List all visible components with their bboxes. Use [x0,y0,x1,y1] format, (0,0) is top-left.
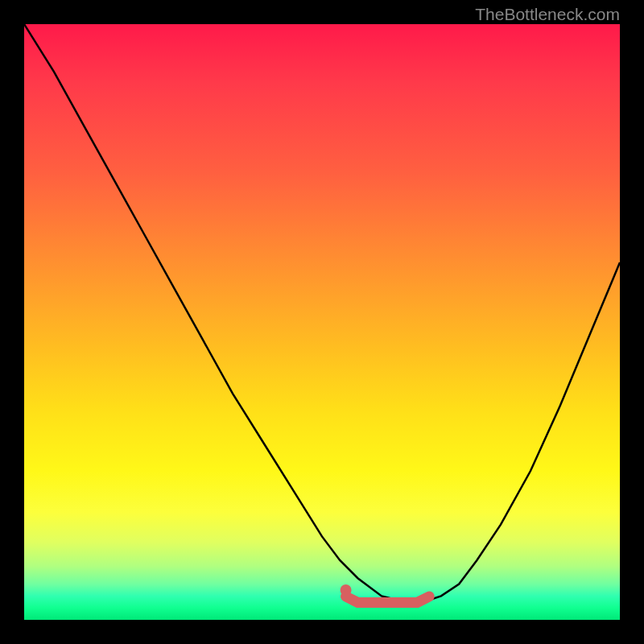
chart-container: TheBottleneck.com [0,0,644,644]
bottleneck-curve-path [24,24,620,602]
chart-svg [24,24,620,620]
attribution-label: TheBottleneck.com [475,5,620,24]
highlight-markers-group [341,584,430,602]
highlight-segment [346,597,430,602]
